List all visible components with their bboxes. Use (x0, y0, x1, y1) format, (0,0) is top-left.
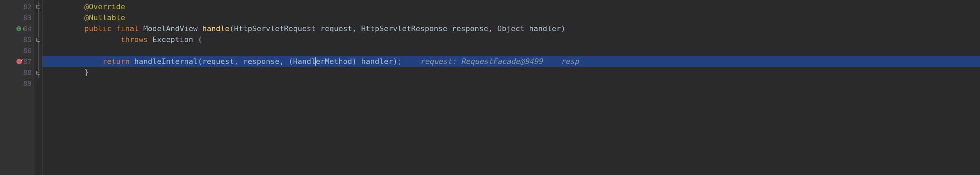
keyword-token: throws (121, 34, 153, 45)
fold-cell[interactable] (34, 2, 42, 12)
gutter-row[interactable]: 88 (0, 67, 34, 78)
brace-token: { (198, 34, 202, 45)
fold-cell (34, 23, 42, 34)
override-indicator-icon[interactable]: ↑ (16, 25, 25, 33)
code-line[interactable]: } (43, 67, 980, 78)
semicolon-token: ; (398, 56, 402, 67)
annotation-token: @Nullable (84, 12, 125, 23)
method-name-token: handle (202, 23, 229, 34)
code-line[interactable] (43, 45, 980, 56)
code-line-current[interactable]: return handleInternal(request, response,… (43, 56, 980, 67)
line-number: 89 (23, 79, 32, 88)
line-number: 85 (23, 35, 32, 45)
line-number: 86 (23, 46, 32, 56)
line-number: 87 (23, 57, 32, 67)
fold-gutter (34, 0, 43, 175)
type-token: ModelAndView (143, 23, 202, 34)
type-token: Exception (153, 34, 198, 45)
fold-cell (34, 78, 42, 89)
code-line[interactable]: public final ModelAndView handle(HttpSer… (43, 23, 980, 34)
fold-cell (34, 12, 42, 23)
fold-cell[interactable] (34, 34, 42, 45)
fold-cell (34, 56, 42, 67)
gutter-row[interactable]: 86 (0, 45, 34, 56)
line-number: 88 (23, 68, 32, 77)
fold-toggle-icon[interactable] (36, 71, 40, 74)
spacer (543, 56, 561, 67)
gutter-row[interactable]: ✓ 87 (0, 56, 34, 67)
code-token: handleInternal(request, response, (Handl (134, 56, 316, 67)
fold-cell (34, 45, 42, 56)
code-line[interactable]: @Override (43, 2, 980, 12)
annotation-token: @Override (84, 2, 125, 12)
line-number: 83 (23, 13, 32, 23)
debug-inline-hint: resp (561, 56, 579, 67)
fold-toggle-icon[interactable] (36, 38, 40, 42)
code-line[interactable]: throws Exception { (43, 34, 980, 45)
line-number-gutter: 82 83 ↑ 84 85 86 ✓ 87 88 89 (0, 0, 34, 175)
indent (48, 67, 84, 78)
fold-cell[interactable] (34, 67, 42, 78)
gutter-row[interactable]: ↑ 84 (0, 23, 34, 34)
code-editor: 82 83 ↑ 84 85 86 ✓ 87 88 89 (0, 0, 980, 175)
params-token: (HttpServletRequest request, HttpServlet… (229, 23, 565, 34)
line-number: 82 (23, 2, 32, 12)
debug-inline-hint: request: RequestFacade@9499 (420, 56, 543, 67)
code-line[interactable] (43, 78, 980, 89)
brace-token: } (84, 67, 89, 78)
gutter-row[interactable]: 82 (0, 2, 34, 12)
keyword-token: final (116, 23, 143, 34)
keyword-token: public (84, 23, 116, 34)
indent (48, 2, 84, 12)
gutter-row[interactable]: 83 (0, 12, 34, 23)
indent (48, 12, 84, 23)
keyword-token: return (102, 56, 134, 67)
indent (48, 34, 121, 45)
gutter-row[interactable]: 89 (0, 78, 34, 89)
code-text-area[interactable]: @Override @Nullable public final ModelAn… (43, 0, 980, 175)
indent (48, 23, 84, 34)
gutter-row[interactable]: 85 (0, 34, 34, 45)
indent (48, 56, 102, 67)
spacer (402, 56, 420, 67)
breakpoint-icon[interactable]: ✓ (16, 59, 22, 64)
code-token: erMethod) handler) (316, 56, 397, 67)
code-line[interactable]: @Nullable (43, 12, 980, 23)
fold-toggle-icon[interactable] (36, 5, 40, 9)
